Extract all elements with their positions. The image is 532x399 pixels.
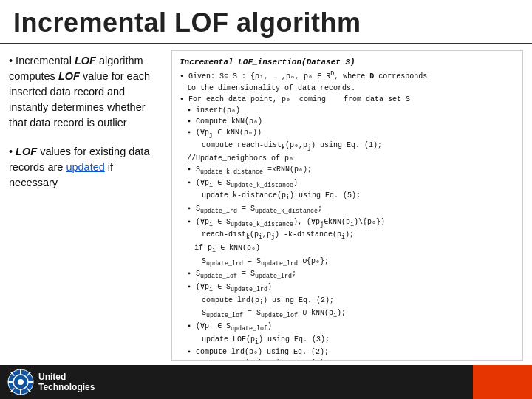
algo-line: Supdate_lof = Supdate_lof ∪ kNN(pi);	[180, 308, 515, 321]
algo-line: ▪ (∀pi ∈ Supdate_lof)	[180, 321, 515, 334]
bottom-bar: United Technologies	[0, 365, 532, 399]
logo-line1: United	[38, 372, 95, 382]
algo-line: ▪ compute lrd(p₀) using Eq. (2);	[180, 347, 515, 358]
algo-line: ▪ (∀pi ∈ Supdate_lrd)	[180, 282, 515, 295]
algo-line: • Given: S⊆ S : {p₁, … ,pₙ, p₀ ∈ RD, whe…	[180, 70, 515, 82]
updated-link[interactable]: updated	[66, 161, 104, 173]
algo-line: to the dimensionality of data records.	[180, 83, 515, 94]
algo-line: compute reach-distk(p₀,pj) using Eq. (1)…	[180, 140, 515, 153]
algo-line: ▪ Supdate_k_distance =kRNN(p₀);	[180, 165, 515, 177]
algo-line: • For each data point, p₀ coming from da…	[180, 95, 515, 105]
algo-line: ▪ (∀pi ∈ Supdate_k_distance)	[180, 178, 515, 191]
algo-line: ▪ compute LOF(p₀) using Eq. (3);	[180, 358, 515, 361]
algo-line: ▪ insert(p₀)	[180, 106, 515, 116]
algo-line: //Update_neighbors of p₀	[180, 154, 515, 164]
left-panel: • Incremental LOF algorithm computes LOF…	[9, 50, 164, 361]
bullet-item-2: • LOF values for existing data records a…	[9, 144, 164, 191]
svg-point-10	[18, 379, 24, 385]
algo-line: if pi ∈ kNN(p₀)	[180, 243, 515, 256]
algo-line: ▪ Compute kNN(p₀)	[180, 117, 515, 127]
algo-line: compute lrd(pi) us ng Eq. (2);	[180, 296, 515, 308]
algo-line: Supdate_lrd = Supdate_lrd ∪{p₀};	[180, 256, 515, 269]
algo-title: Incremental LOF_insertion(Dataset S)	[180, 57, 515, 68]
content-area: • Incremental LOF algorithm computes LOF…	[0, 50, 532, 361]
algo-line: update LOF(pi) using Eq. (3);	[180, 335, 515, 347]
logo-line2: Technologies	[38, 382, 95, 392]
logo-area: United Technologies	[7, 369, 95, 395]
logo-text: United Technologies	[38, 372, 95, 393]
bullet-item-1: • Incremental LOF algorithm computes LOF…	[9, 53, 164, 131]
algorithm-panel: Incremental LOF_insertion(Dataset S) • G…	[171, 50, 523, 361]
bottom-accent	[473, 365, 532, 399]
algo-line: ▪ Supdate_lof = Supdate_lrd;	[180, 269, 515, 282]
algo-line: ▪ Supdate_lrd = Supdate_k_distance;	[180, 204, 515, 216]
algo-line: ▪ (∀pi ∈ Supdate_k_distance), (∀pj∈kNN(p…	[180, 217, 515, 230]
page-title: Incremental LOF algorithm	[0, 0, 532, 44]
utc-logo-icon	[7, 369, 34, 395]
algo-line: ▪ (∀pj ∈ kNN(p₀))	[180, 128, 515, 140]
algo-line: reach-distk(pi,pj) -k-distance(pi);	[180, 230, 515, 242]
algo-line: update k-distance(pi) using Eq. (5);	[180, 191, 515, 203]
